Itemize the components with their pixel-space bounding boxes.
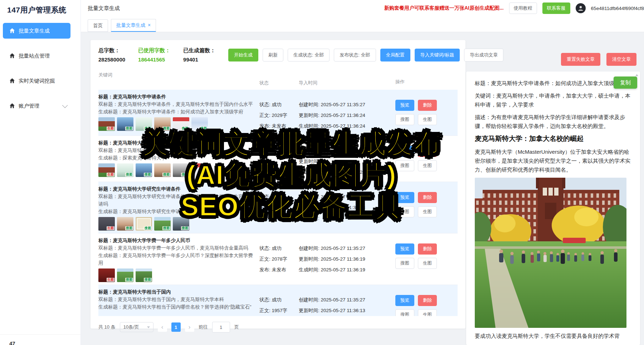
preview-button[interactable]: 预览 [395, 243, 414, 255]
status-line: 正文: 1957字 [259, 307, 299, 314]
generate-image-button[interactable]: 生图 [418, 258, 437, 269]
time-line: 生成时间: [299, 215, 395, 222]
status-line: 发布: 未发布 [259, 266, 299, 273]
avatar[interactable] [576, 3, 586, 13]
sidebar-item-realtime-keyword-mining[interactable]: 实时关键词挖掘 [3, 73, 70, 89]
goto-label: 前往 [199, 324, 208, 330]
status-line: 正文: 2029字 [259, 112, 299, 119]
article-thumbnail[interactable]: 搜图 [191, 163, 208, 177]
action-row: 搜图生图 [395, 160, 458, 171]
preview-button[interactable]: 预览 [395, 192, 414, 203]
preview-button[interactable]: 预览 [395, 146, 414, 157]
delete-button[interactable]: 删除 [418, 146, 437, 157]
article-thumbnail[interactable]: 生图 [98, 268, 115, 282]
article-thumbnail[interactable]: 搜图 [136, 217, 152, 231]
actions-cell: 预览删除搜图生图 [395, 93, 458, 133]
delete-button[interactable]: 删除 [418, 100, 437, 111]
table-row[interactable]: 标题：麦克马斯特大学研究生申请条件双标题：麦克马斯特大学研究生申请条件，麦克马斯… [98, 182, 458, 233]
tab-batch-article-generation[interactable]: 批量文章生成 × [111, 19, 156, 32]
article-thumbnail[interactable]: 搜图 [173, 117, 189, 131]
preview-button[interactable]: 预览 [395, 100, 414, 111]
global-config-button[interactable]: 全局配置 [380, 49, 410, 61]
refresh-button[interactable]: 刷新 [263, 49, 283, 61]
page-size-select[interactable]: 10条/页 [120, 322, 153, 332]
sidebar-item-label: 批量站点管理 [19, 53, 50, 59]
article-thumbnail[interactable]: 搜图 [136, 163, 152, 177]
table-row[interactable]: 标题：麦克马斯特大学申请条件双标题：麦克马斯特大学申请条件，麦克马斯特大学相当于… [98, 90, 458, 136]
search-image-button[interactable]: 搜图 [395, 114, 414, 125]
article-thumbnail[interactable]: 搜图 [117, 163, 133, 177]
tab-home[interactable]: 首页 [88, 19, 108, 32]
article-thumbnail[interactable]: 搜图 [154, 117, 171, 131]
status-line: 正文: 2078字 [259, 255, 299, 263]
start-generation-button[interactable]: 开始生成 [228, 49, 258, 61]
table-header: 关键词 状态 导入时间 操作 [98, 72, 458, 86]
article-thumbnail[interactable]: 搜图 [173, 217, 189, 231]
stat-total-words: 总字数： 282580000 [98, 47, 125, 63]
contact-support-button[interactable]: 联系客服 [542, 3, 570, 14]
article-title: 标题：麦克马斯特大学学费一年多少人民币 [98, 237, 255, 244]
table-row[interactable]: 标题：麦克马斯特大学双标题：麦克马斯特大生成标题：探索麦克马斯特大学生图搜图搜图… [98, 136, 458, 182]
tutorial-button[interactable]: 使用教程 [509, 3, 537, 14]
publish-status-filter[interactable]: 发布状态: 全部 [334, 49, 376, 61]
copy-button[interactable]: 复制 [614, 77, 637, 89]
prev-page-button[interactable]: ‹ [158, 322, 167, 332]
next-page-button[interactable]: › [185, 322, 194, 332]
article-thumbnail[interactable]: 搜图 [136, 268, 152, 282]
sidebar-item-account-management[interactable]: 账户管理 [3, 98, 70, 114]
sidebar-item-batch-article-generation[interactable]: 批量文章生成 [3, 23, 70, 39]
article-thumbnail[interactable]: 搜图 [136, 117, 152, 131]
person-icon [577, 5, 584, 11]
time-line: 更新时间: 2025-05-27 11:36:23 [299, 204, 395, 211]
searched-image-badge: 搜图 [200, 173, 208, 177]
searched-image-badge: 搜图 [144, 278, 152, 282]
article-thumbnail[interactable]: 搜图 [117, 117, 133, 131]
scrollbar-up-icon[interactable] [635, 74, 638, 76]
action-row: 搜图生图 [395, 258, 458, 269]
article-thumbnail[interactable]: 生图 [98, 163, 115, 177]
article-thumbnail[interactable]: 搜图 [173, 163, 189, 177]
action-row: 预览删除 [395, 192, 458, 203]
time-line: 生成时间: 2025-05-27 11:36:24 [299, 122, 395, 130]
generation-status-filter[interactable]: 生成状态: 全部 [288, 49, 330, 61]
generate-image-button[interactable]: 生图 [418, 309, 437, 316]
import-keywords-button[interactable]: 导入关键词/标题 [415, 49, 460, 61]
preview-button[interactable]: 预览 [395, 295, 414, 306]
action-row: 搜图生图 [395, 206, 458, 217]
table-row[interactable]: 标题：麦克马斯特大学学费一年多少人民币双标题：麦克马斯特大学学费一年多少人民币，… [98, 233, 458, 285]
article-thumbnail[interactable]: 生图 [98, 217, 115, 231]
article-thumbnail[interactable]: 搜图 [154, 217, 171, 231]
reset-failed-button[interactable]: 重置失败文章 [561, 53, 600, 66]
article-thumbnail[interactable]: 搜图 [191, 117, 208, 131]
generate-image-button[interactable]: 生图 [418, 114, 437, 125]
sidebar-item-label: 账户管理 [19, 103, 39, 109]
promo-notice[interactable]: 新购套餐用户可联系客服赠送一万张AI原创生成配图... [384, 5, 504, 11]
search-image-button[interactable]: 搜图 [395, 258, 414, 269]
delete-button[interactable]: 删除 [418, 295, 437, 306]
search-image-button[interactable]: 搜图 [395, 160, 414, 171]
article-thumbnail[interactable]: 搜图 [117, 217, 133, 231]
article-thumbnail[interactable]: 搜图 [117, 268, 133, 282]
goto-page-input[interactable] [212, 322, 230, 332]
article-thumbnail[interactable]: 搜图 [154, 163, 171, 177]
delete-button[interactable]: 删除 [418, 192, 437, 203]
generate-image-button[interactable]: 生图 [418, 206, 437, 217]
table-row[interactable]: 标题：麦克马斯特大学相当于国内双标题：麦克马斯特大学相当于国内，麦克马斯特大学本… [98, 285, 458, 316]
chevron-down-icon [62, 102, 68, 108]
top-header: 批量文章生成 新购套餐用户可联系客服赠送一万张AI原创生成配图... 使用教程 … [80, 0, 644, 16]
user-id[interactable]: 65e4811dfb644f690f4cf8 [591, 6, 644, 11]
export-success-button[interactable]: 导出成功文章 [464, 49, 503, 61]
generate-image-button[interactable]: 生图 [418, 160, 437, 171]
article-double-title: 双标题：麦克马斯特大 [98, 147, 255, 154]
sidebar-item-batch-site-management[interactable]: 批量站点管理 [3, 48, 70, 64]
search-image-button[interactable]: 搜图 [395, 309, 414, 316]
clear-articles-button[interactable]: 清空文章 [606, 53, 636, 66]
current-page-button[interactable]: 1 [171, 322, 181, 332]
pagination-total: 共 10 条 [98, 324, 116, 330]
delete-button[interactable]: 删除 [418, 243, 437, 255]
campus-photo [475, 178, 626, 328]
close-tab-icon[interactable]: × [148, 20, 151, 30]
article-thumbnail[interactable]: 生图 [98, 117, 115, 131]
search-image-button[interactable]: 搜图 [395, 206, 414, 217]
article-generated-title: 生成标题：麦克马斯特大学学费一年多少人民币？深度解析加拿大留学费用 [98, 252, 255, 267]
